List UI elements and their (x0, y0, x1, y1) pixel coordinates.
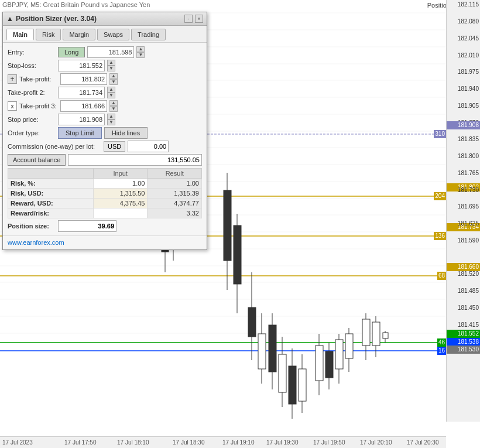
commission-row: Commission (one-way) per lot: USD (8, 141, 202, 152)
entry-input[interactable] (87, 46, 134, 58)
stop-price-stepper: ▲ ▼ (107, 114, 115, 125)
stop-price-row: Stop price: ▲ ▼ (8, 114, 202, 125)
take-profit3-row: x Take-profit 3: ▲ ▼ (8, 100, 202, 112)
long-button[interactable]: Long (58, 47, 85, 57)
stop-loss-stepper: ▲ ▼ (107, 60, 115, 71)
minimize-button[interactable]: - (184, 15, 193, 23)
price-label-6: 181.940 (458, 86, 479, 92)
order-type-label: Order type: (8, 129, 56, 136)
stop-price-down[interactable]: ▼ (107, 119, 115, 125)
price-label-7: 181.905 (458, 102, 479, 109)
svg-rect-53 (345, 334, 353, 358)
table-row-reward-usd: Reward, USD: 4,375.45 4,374.77 (8, 199, 202, 208)
tab-trading[interactable]: Trading (131, 29, 166, 40)
order-type-row: Order type: Stop Limit Hide lines (8, 127, 202, 139)
risk-pct-input: 1.00 (93, 179, 148, 189)
stop-price-input[interactable] (58, 114, 105, 125)
svg-rect-55 (362, 319, 370, 346)
position-sizer-panel: ▲ Position Sizer (ver. 3.04) - × Main Ri… (2, 12, 207, 250)
take-profit3-up[interactable]: ▲ (109, 100, 118, 106)
take-profit2-down[interactable]: ▼ (107, 93, 115, 98)
price-label-11: 181.765 (458, 170, 479, 176)
table-header-result: Result (148, 169, 202, 179)
take-profit2-row: Take-profit 2: ▲ ▼ (8, 87, 202, 98)
chart-title: GBPJPY, M5: Great Britain Pound vs Japan… (2, 1, 150, 8)
svg-rect-45 (299, 369, 306, 401)
time-label-4: 17 Jul 18:30 (173, 439, 205, 446)
time-label-5: 17 Jul 19:10 (222, 439, 255, 446)
highlight-181538: 181.538 (447, 338, 480, 346)
stop-loss-down[interactable]: ▼ (107, 66, 115, 71)
stop-loss-input[interactable] (58, 60, 105, 71)
currency-tag: USD (104, 141, 125, 152)
account-balance-row: Account balance (8, 154, 202, 166)
take-profit2-up[interactable]: ▲ (107, 87, 115, 93)
take-profit-input[interactable] (60, 73, 107, 85)
triangle-icon: ▲ (6, 15, 13, 23)
highlight-181552: 181.552 (447, 330, 480, 338)
panel-controls: - × (184, 15, 203, 23)
account-balance-button[interactable]: Account balance (8, 154, 66, 166)
price-label-10: 181.800 (458, 153, 479, 159)
take-profit-add-btn[interactable]: + (8, 74, 17, 84)
price-badge-308: 310 (434, 130, 446, 138)
reward-usd-label: Reward, USD: (8, 199, 94, 208)
account-balance-input[interactable] (68, 154, 202, 166)
reward-usd-result: 4,374.77 (148, 199, 202, 208)
svg-rect-43 (289, 366, 296, 404)
stop-loss-row: Stop-loss: ▲ ▼ (8, 60, 202, 71)
time-label-2: 17 Jul 17:50 (64, 439, 97, 446)
panel-footer: www.earnforex.com (3, 235, 207, 249)
take-profit-stepper: ▲ ▼ (109, 73, 118, 85)
svg-rect-57 (372, 322, 380, 346)
take-profit-label: Take-profit: (19, 76, 58, 83)
stop-loss-up[interactable]: ▲ (107, 60, 115, 66)
commission-input[interactable] (128, 141, 169, 152)
table-row-reward-risk: Reward/risk: 3.32 (8, 208, 202, 218)
take-profit2-stepper: ▲ ▼ (107, 87, 115, 98)
table-header-input: Input (93, 169, 148, 179)
reward-usd-input: 4,375.45 (93, 199, 148, 208)
panel-body: Entry: Long ▲ ▼ Stop-loss: ▲ ▼ + (3, 43, 207, 235)
position-size-input[interactable] (58, 220, 116, 232)
risk-usd-input: 1,315.50 (93, 189, 148, 199)
tab-swaps[interactable]: Swaps (97, 29, 129, 40)
take-profit3-input[interactable] (60, 100, 107, 112)
stop-loss-label: Stop-loss: (8, 62, 56, 69)
hide-lines-button[interactable]: Hide lines (104, 127, 148, 139)
price-label-1: 182.115 (458, 1, 479, 8)
tab-main[interactable]: Main (6, 29, 34, 40)
commission-label: Commission (one-way) per lot: (8, 143, 101, 150)
risk-usd-label: Risk, USD: (8, 189, 94, 199)
stop-price-up[interactable]: ▲ (107, 114, 115, 119)
price-badge-16: 16 (437, 347, 446, 355)
risk-table: Input Result Risk, %: 1.00 1.00 Risk, US… (8, 168, 202, 218)
time-label-3: 17 Jul 18:10 (117, 439, 149, 446)
close-button[interactable]: × (195, 15, 203, 23)
stop-limit-button[interactable]: Stop Limit (58, 127, 102, 139)
price-label-15: 181.590 (458, 237, 479, 244)
take-profit3-down[interactable]: ▼ (109, 106, 118, 112)
tab-risk[interactable]: Risk (36, 29, 61, 40)
take-profit-down[interactable]: ▼ (109, 79, 118, 85)
earnforex-link[interactable]: www.earnforex.com (8, 239, 64, 246)
take-profit-up[interactable]: ▲ (109, 73, 118, 79)
entry-down[interactable]: ▼ (136, 52, 145, 58)
reward-risk-label: Reward/risk: (8, 208, 94, 218)
position-size-row: Position size: (8, 220, 202, 232)
table-row-risk-pct: Risk, %: 1.00 1.00 (8, 179, 202, 189)
take-profit3-toggle[interactable]: x (8, 101, 17, 111)
price-badge-46: 46 (437, 338, 446, 347)
time-label-9: 17 Jul 20:30 (407, 439, 439, 446)
panel-titlebar: ▲ Position Sizer (ver. 3.04) - × (3, 12, 207, 26)
table-row-risk-usd: Risk, USD: 1,315.50 1,315.39 (8, 189, 202, 199)
price-badge-204: 204 (434, 192, 446, 200)
risk-pct-label: Risk, %: (8, 179, 94, 189)
time-axis: 17 Jul 2023 17 Jul 17:50 17 Jul 18:10 17… (0, 436, 446, 448)
time-label-1: 17 Jul 2023 (2, 439, 33, 446)
take-profit2-input[interactable] (58, 87, 105, 98)
time-label-6: 17 Jul 19:30 (266, 439, 299, 446)
entry-up[interactable]: ▲ (136, 46, 145, 52)
svg-rect-47 (316, 346, 323, 381)
tab-margin[interactable]: Margin (63, 29, 95, 40)
